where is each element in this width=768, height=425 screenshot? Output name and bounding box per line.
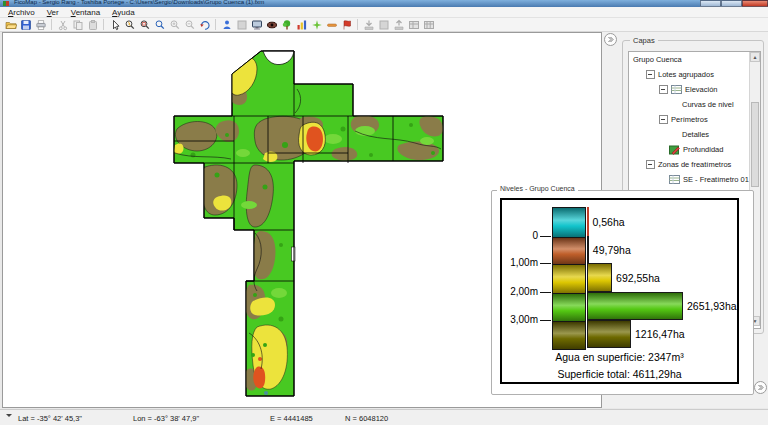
level-bar — [587, 292, 683, 320]
level-ticks: 01,00m2,00m3,00m — [502, 207, 551, 348]
collapse-panel-button[interactable] — [604, 33, 617, 46]
menu-bar: Archivo Ver Ventana Ayuda — [0, 7, 768, 18]
map-edit-icon — [669, 145, 680, 155]
vegetation-layer-icon[interactable] — [279, 18, 294, 31]
box-disabled-icon[interactable] — [376, 18, 391, 31]
level-tick-label: 0 — [502, 230, 538, 241]
zoom-out-icon[interactable] — [182, 18, 197, 31]
agua-superficie-text: Agua en superficie: 2347m³ — [502, 351, 737, 363]
level-bar — [587, 207, 589, 236]
superficie-total-text: Superficie total: 4611,29ha — [502, 368, 737, 380]
niveles-window: Niveles - Grupo Cuenca 01,00m2,00m3,00m … — [491, 190, 754, 395]
level-block — [553, 208, 585, 237]
level-tick-mark — [540, 236, 551, 237]
level-bar-label: 0,56ha — [593, 216, 625, 228]
status-lon: Lon = -63° 38' 47,9" — [133, 414, 199, 423]
tree-item-label: Profundidad — [683, 145, 723, 154]
placeholder-box-icon[interactable] — [234, 18, 249, 31]
tree-expander-icon[interactable] — [659, 85, 668, 94]
tree-expander-icon[interactable] — [659, 115, 668, 124]
export-icon[interactable] — [391, 18, 406, 31]
level-bar — [587, 263, 612, 292]
levels-chart: 01,00m2,00m3,00m 0,56ha49,79ha692,55ha26… — [500, 198, 739, 384]
copy-icon[interactable] — [70, 18, 85, 31]
grid-icon — [669, 175, 680, 184]
level-bar-label: 1216,47ha — [635, 328, 685, 340]
zoom-in-icon[interactable] — [167, 18, 182, 31]
level-bar-label: 49,79ha — [593, 244, 631, 256]
menu-ventana[interactable]: Ventana — [65, 8, 106, 17]
menu-ayuda[interactable]: Ayuda — [106, 8, 141, 17]
tree-item[interactable]: Perímetros — [629, 112, 760, 127]
chevron-right-icon — [607, 36, 614, 43]
scrollbar-thumb[interactable] — [751, 102, 759, 187]
tree-expander-icon[interactable] — [646, 160, 655, 169]
grid-icon — [671, 85, 682, 94]
level-block — [553, 321, 585, 349]
levels-chart-icon[interactable] — [294, 18, 309, 31]
status-dropdown-icon[interactable] — [6, 414, 12, 417]
sample-points-icon[interactable] — [309, 18, 324, 31]
toolbar — [0, 18, 768, 32]
level-tick-label: 2,00m — [502, 286, 538, 297]
maximize-button[interactable] — [721, 0, 742, 7]
toolbar-separator — [357, 19, 358, 30]
import-icon[interactable] — [361, 18, 376, 31]
level-tick-mark — [540, 292, 551, 293]
level-block — [553, 237, 585, 264]
level-block — [553, 264, 585, 293]
level-tick-label: 3,00m — [502, 314, 538, 325]
zoom-extent-icon[interactable] — [152, 18, 167, 31]
tree-item-label: Curvas de nivel — [682, 100, 734, 109]
tree-item[interactable]: Profundidad — [629, 142, 760, 157]
level-bar-label: 692,55ha — [616, 272, 660, 284]
level-tick-label: 1,00m — [502, 257, 538, 268]
visibility-icon[interactable] — [264, 18, 279, 31]
tree-item[interactable]: Lotes agrupados — [629, 67, 760, 82]
tree-item[interactable]: SE - Freatímetro 01 — [629, 172, 760, 187]
tree-item[interactable]: Curvas de nivel — [629, 97, 760, 112]
tree-expander-icon[interactable] — [646, 70, 655, 79]
tree-item[interactable]: Elevación — [629, 82, 760, 97]
tree-item[interactable]: Detalles — [629, 127, 760, 142]
level-bar — [587, 320, 631, 348]
close-button[interactable] — [742, 0, 768, 7]
select-cursor-icon[interactable] — [107, 18, 122, 31]
level-column — [552, 207, 586, 350]
tree-item-label: Lotes agrupados — [658, 70, 714, 79]
niveles-title: Niveles - Grupo Cuenca — [497, 185, 578, 192]
cut-icon[interactable] — [55, 18, 70, 31]
chart-area: 01,00m2,00m3,00m 0,56ha49,79ha692,55ha26… — [502, 200, 737, 382]
level-bar — [587, 236, 589, 263]
tree-item-label: Zonas de freatímetros — [658, 160, 731, 169]
tree-item[interactable]: Grupo Cuenca — [629, 52, 760, 67]
capas-tree: Grupo CuencaLotes agrupadosElevaciónCurv… — [629, 52, 760, 202]
minimize-button[interactable] — [700, 0, 721, 7]
chevron-right-icon — [757, 384, 764, 391]
paste-icon[interactable] — [85, 18, 100, 31]
menu-archivo[interactable]: Archivo — [2, 8, 41, 17]
level-tick-mark — [540, 320, 551, 321]
flag-marker-icon[interactable] — [339, 18, 354, 31]
rotate-view-icon[interactable] — [197, 18, 212, 31]
zoom-dynamic-icon[interactable] — [122, 18, 137, 31]
toolbar-separator — [215, 19, 216, 30]
user-icon[interactable] — [219, 18, 234, 31]
save-icon[interactable] — [18, 18, 33, 31]
zoom-window-icon[interactable] — [137, 18, 152, 31]
scroll-up-icon[interactable]: ▲ — [750, 52, 760, 62]
level-bars: 0,56ha49,79ha692,55ha2651,93ha1216,47ha — [587, 207, 737, 348]
profile-line-icon[interactable] — [324, 18, 339, 31]
print-icon[interactable] — [33, 18, 48, 31]
screen-icon[interactable] — [249, 18, 264, 31]
table2-icon[interactable] — [421, 18, 436, 31]
status-easting: E = 4441485 — [270, 414, 313, 423]
tree-item-label: SE - Freatímetro 01 — [683, 175, 749, 184]
tree-item-label: Perímetros — [671, 115, 708, 124]
tree-item[interactable]: Zonas de freatímetros — [629, 157, 760, 172]
open-folder-icon[interactable] — [3, 18, 18, 31]
status-bar: Lat = -35° 42' 45,3" Lon = -63° 38' 47,9… — [0, 409, 768, 425]
menu-ver[interactable]: Ver — [41, 8, 65, 17]
collapse-bottom-button[interactable] — [754, 381, 767, 394]
table-icon[interactable] — [406, 18, 421, 31]
